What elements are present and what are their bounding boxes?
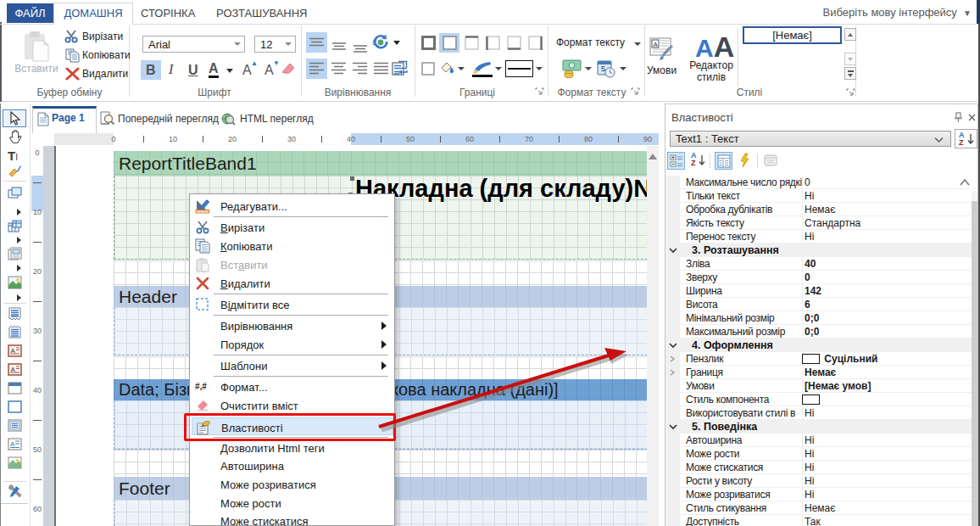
svg-text:5: 5	[601, 64, 605, 73]
svg-text:A: A	[654, 41, 659, 48]
svg-text:A: A	[11, 347, 16, 355]
svg-text:A: A	[11, 366, 16, 373]
svg-text:A: A	[10, 440, 15, 448]
